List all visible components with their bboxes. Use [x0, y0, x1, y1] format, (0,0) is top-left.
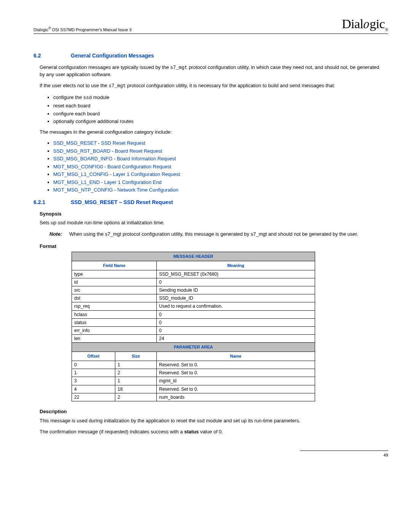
synopsis-text: Sets up ssd module run-time options at i…: [40, 219, 384, 226]
msg-header-banner: MESSAGE HEADER: [72, 252, 315, 261]
msg-link[interactable]: MGT_MSG_CONFIG0: [53, 164, 103, 169]
list-item: MGT_MSG_L1_CONFIG - Layer 1 Configuratio…: [53, 171, 384, 178]
table-row: status0: [72, 318, 315, 326]
col-name: Name: [157, 352, 315, 361]
table-row: typeSSD_MSG_RESET (0x7680): [72, 270, 315, 278]
table-row: id0: [72, 278, 315, 286]
section-6-2-heading: 6.2 General Configuration Messages: [33, 52, 388, 59]
list-item: reset each board: [53, 102, 384, 109]
list-item: MGT_MSG_CONFIG0 - Board Configuration Re…: [53, 163, 384, 170]
list-item: SSD_MSG_RESET - SSD Reset Request: [53, 140, 384, 147]
para-intro-2: If the user elects not to use the s7_mgt…: [40, 82, 384, 89]
list-item: MGT_MSG_NTP_CONFIG - Network Time Config…: [53, 187, 384, 193]
msg-desc-link[interactable]: Network Time Configuration: [117, 187, 178, 193]
message-header-table: MESSAGE HEADER Field Name Meaning typeSS…: [72, 252, 315, 401]
config-bullet-list: configure the ssd modulereset each board…: [40, 94, 384, 125]
list-item: configure each board: [53, 110, 384, 117]
para-category-include: The messages in the general configuratio…: [40, 129, 384, 136]
format-label: Format: [40, 243, 388, 250]
msg-link[interactable]: MGT_MSG_L1_END: [53, 179, 100, 185]
table-row: 01Reserved. Set to 0.: [72, 361, 315, 369]
page-number: 49: [33, 452, 388, 458]
para-intro-1: General configuration messages are typic…: [40, 64, 384, 78]
note-block: Note: When using the s7_mgt protocol con…: [49, 231, 388, 238]
list-item: SSD_MSG_RST_BOARD - Board Reset Request: [53, 148, 384, 155]
table-row: srcSending module ID: [72, 286, 315, 294]
synopsis-label: Synopsis: [40, 211, 388, 217]
section-6-2-1-heading: 6.2.1 SSD_MSG_RESET – SSD Reset Request: [33, 199, 388, 206]
note-text: When using the s7_mgt protocol configura…: [69, 231, 358, 238]
table-row: 12Reserved. Set to 0.: [72, 369, 315, 377]
msg-desc-link[interactable]: Layer 1 Configuration End: [104, 179, 162, 185]
description-label: Description: [40, 408, 388, 415]
msg-link[interactable]: MGT_MSG_NTP_CONFIG: [53, 187, 113, 193]
table-row: len24: [72, 335, 315, 343]
message-link-list: SSD_MSG_RESET - SSD Reset RequestSSD_MSG…: [40, 140, 384, 193]
table-row: 31mgmt_id: [72, 377, 315, 385]
page-header: Dialogic® DSI SS7MD Programmer's Manual …: [33, 15, 388, 34]
list-item: optionally configure additional routes: [53, 118, 384, 125]
table-row: 418Reserved. Set to 0.: [72, 385, 315, 393]
description-p2: The confirmation message (if requested) …: [40, 428, 384, 435]
msg-link[interactable]: MGT_MSG_L1_CONFIG: [53, 171, 108, 177]
msg-desc-link[interactable]: Layer 1 Configuration Request: [113, 171, 180, 177]
footer-rule: [300, 451, 388, 451]
table-row: 222num_boards: [72, 393, 315, 401]
table-row: hclass0: [72, 310, 315, 318]
table-row: dstSSD_module_ID: [72, 294, 315, 302]
note-label: Note:: [49, 231, 69, 238]
dialogic-logo: Dialogic®: [342, 15, 388, 33]
msg-desc-link[interactable]: Board Information Request: [117, 156, 176, 161]
table-row: err_info0: [72, 327, 315, 335]
msg-link[interactable]: SSD_MSG_RST_BOARD: [53, 148, 110, 154]
col-offset: Offset: [72, 352, 115, 361]
msg-desc-link[interactable]: SSD Reset Request: [101, 140, 145, 146]
list-item: MGT_MSG_L1_END - Layer 1 Configuration E…: [53, 179, 384, 186]
header-text: Dialogic® DSI SS7MD Programmer's Manual …: [33, 26, 132, 33]
msg-link[interactable]: SSD_MSG_RESET: [53, 140, 97, 146]
msg-link[interactable]: SSD_MSG_BOARD_INFO: [53, 156, 112, 161]
list-item: configure the ssd module: [53, 94, 384, 101]
table-row: rsp_reqUsed to request a confirmation.: [72, 302, 315, 310]
col-meaning: Meaning: [157, 261, 315, 270]
col-size: Size: [115, 352, 157, 361]
msg-desc-link[interactable]: Board Configuration Request: [107, 164, 171, 169]
list-item: SSD_MSG_BOARD_INFO - Board Information R…: [53, 155, 384, 162]
col-field-name: Field Name: [72, 261, 157, 270]
msg-desc-link[interactable]: Board Reset Request: [115, 148, 162, 154]
description-p1: This message is used during initializati…: [40, 417, 384, 424]
param-area-banner: PARAMETER AREA: [72, 343, 315, 352]
